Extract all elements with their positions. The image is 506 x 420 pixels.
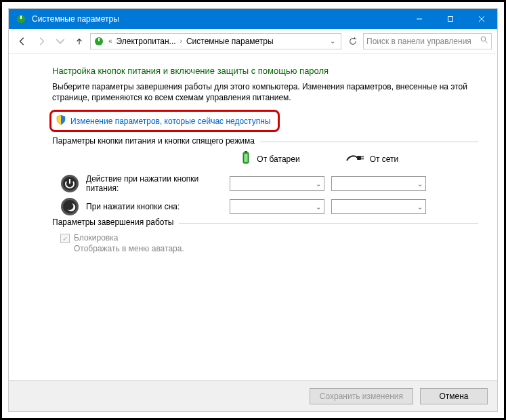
- svg-rect-1: [20, 16, 22, 19]
- page-title: Настройка кнопок питания и включение защ…: [52, 66, 478, 76]
- battery-icon: [240, 150, 251, 167]
- nav-up-button[interactable]: [71, 33, 87, 49]
- nav-forward-button[interactable]: [33, 33, 49, 49]
- breadcrumb-prefix: «: [107, 37, 114, 45]
- window-title: Системные параметры: [32, 14, 404, 24]
- cancel-button[interactable]: Отмена: [420, 388, 488, 404]
- refresh-button[interactable]: [344, 33, 360, 49]
- power-button-ac-combo[interactable]: ⌄: [331, 176, 426, 191]
- nav-back-button[interactable]: [14, 33, 30, 49]
- column-ac-label: От сети: [370, 154, 399, 164]
- breadcrumb[interactable]: « Электропитан... › Системные параметры …: [90, 33, 341, 49]
- change-unavailable-settings-link[interactable]: Изменение параметров, которые сейчас нед…: [70, 117, 271, 126]
- window-icon: [16, 14, 26, 24]
- column-ac: От сети: [324, 150, 419, 167]
- lock-checkbox-sublabel: Отображать в меню аватара.: [74, 244, 478, 253]
- search-icon: [480, 36, 488, 46]
- svg-rect-7: [98, 38, 100, 41]
- search-input[interactable]: Поиск в панели управления: [363, 33, 492, 49]
- shutdown-settings-group: Параметры завершения работы ✓ Блокировка…: [52, 223, 478, 253]
- toolbar: « Электропитан... › Системные параметры …: [9, 29, 497, 54]
- save-button: Сохранить изменения: [310, 388, 413, 404]
- sleep-button-icon: [60, 197, 79, 216]
- sleep-button-battery-combo[interactable]: ⌄: [230, 199, 324, 214]
- breadcrumb-item[interactable]: Электропитан...: [117, 37, 176, 46]
- footer: Сохранить изменения Отмена: [9, 380, 497, 411]
- content-area: Настройка кнопок питания и включение защ…: [9, 54, 497, 380]
- close-button[interactable]: [466, 9, 497, 29]
- group-legend: Параметры кнопки питания и кнопки спящег…: [52, 136, 260, 146]
- svg-point-8: [481, 37, 486, 41]
- chevron-down-icon: ⌄: [417, 203, 423, 211]
- maximize-button[interactable]: [435, 9, 466, 29]
- group-legend: Параметры завершения работы: [52, 217, 179, 227]
- shield-icon: [56, 114, 66, 127]
- column-battery: От батареи: [223, 150, 318, 167]
- svg-rect-13: [357, 156, 361, 160]
- power-icon: [93, 36, 104, 47]
- nav-recent-button[interactable]: [52, 33, 68, 49]
- setting-label: При нажатии кнопки сна:: [86, 202, 223, 211]
- chevron-down-icon: ⌄: [316, 180, 321, 188]
- breadcrumb-item[interactable]: Системные параметры: [186, 37, 274, 46]
- power-button-battery-combo[interactable]: ⌄: [230, 176, 324, 191]
- titlebar: Системные параметры: [9, 9, 497, 29]
- power-buttons-group: Параметры кнопки питания и кнопки спящег…: [52, 142, 478, 216]
- chevron-right-icon: ›: [179, 37, 184, 45]
- svg-line-9: [486, 41, 488, 43]
- svg-rect-12: [245, 154, 248, 162]
- minimize-button[interactable]: [404, 9, 435, 29]
- chevron-down-icon: ⌄: [316, 203, 321, 211]
- page-description: Выберите параметры завершения работы для…: [52, 81, 478, 103]
- setting-label: Действие при нажатии кнопки питания:: [86, 174, 223, 193]
- svg-rect-3: [448, 17, 453, 22]
- chevron-down-icon[interactable]: ⌄: [327, 37, 338, 45]
- search-placeholder: Поиск в панели управления: [366, 37, 471, 46]
- setting-row-sleep-button: При нажатии кнопки сна: ⌄ ⌄: [52, 197, 478, 216]
- lock-checkbox: ✓: [60, 234, 70, 243]
- plug-icon: [345, 152, 364, 165]
- column-battery-label: От батареи: [257, 154, 299, 164]
- sleep-button-ac-combo[interactable]: ⌄: [331, 199, 426, 214]
- lock-checkbox-label: Блокировка: [74, 233, 118, 244]
- setting-row-power-button: Действие при нажатии кнопки питания: ⌄ ⌄: [52, 174, 478, 193]
- highlighted-link-box: Изменение параметров, которые сейчас нед…: [49, 110, 280, 132]
- power-button-icon: [60, 174, 79, 193]
- chevron-down-icon: ⌄: [417, 180, 423, 188]
- svg-rect-11: [245, 151, 247, 152]
